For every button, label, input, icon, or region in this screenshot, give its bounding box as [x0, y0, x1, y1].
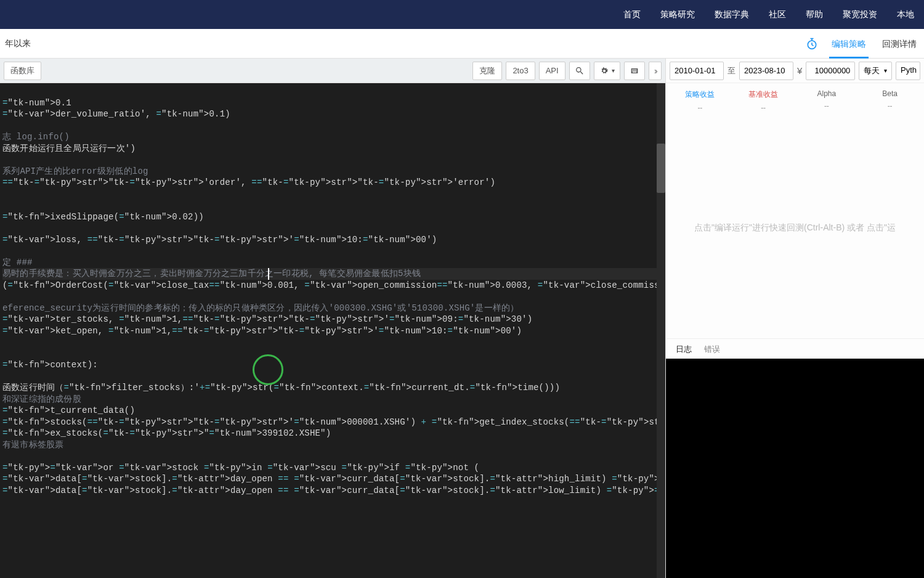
function-lib-button[interactable]: 函数库 [4, 62, 41, 80]
editor-pane: 函数库 克隆 2to3 API ▾ ›› ="tk-num">0.1="tk-v… [0, 59, 665, 578]
search-button[interactable] [569, 62, 590, 80]
code-line[interactable]: =="tk-="tk-py">str">"tk-="tk-py">str">'o… [2, 177, 665, 189]
metric-value: -- [795, 102, 859, 110]
metric-label: Beta [858, 89, 922, 98]
code-line[interactable]: eference_security为运行时间的参考标的；传入的标的只做种类区分，… [2, 303, 665, 314]
metric: 策略收益-- [668, 89, 732, 112]
code-line[interactable] [2, 348, 665, 360]
code-line[interactable]: ="tk-py">="tk-var">or ="tk-var">stock ="… [2, 462, 665, 474]
metric: Beta-- [858, 89, 922, 112]
code-line[interactable] [2, 291, 665, 303]
nav-datadict[interactable]: 数据字典 [705, 0, 759, 29]
amount-input[interactable] [806, 62, 855, 80]
code-line[interactable] [2, 245, 665, 257]
code-line[interactable]: ="tk-var">ter_stocks, ="tk-num">1,=="tk-… [2, 314, 665, 325]
frequency-value: 每天 [864, 65, 880, 76]
scrollbar-track[interactable] [657, 83, 665, 578]
clone-button[interactable]: 克隆 [472, 62, 502, 80]
metric: Alpha-- [795, 89, 859, 112]
chevron-down-icon: ▾ [612, 67, 615, 74]
code-line[interactable]: ="tk-fn">context): [2, 359, 665, 371]
tab-log[interactable]: 日志 [676, 344, 692, 355]
code-line[interactable]: (="tk-fn">OrderCost(="tk-var">close_tax=… [2, 280, 665, 291]
metrics-row: 策略收益--基准收益--Alpha--Beta-- [666, 83, 924, 118]
frequency-select[interactable]: 每天 ▾ [859, 62, 892, 80]
code-line[interactable]: ="tk-fn">stocks(=="tk-="tk-py">str">"tk-… [2, 417, 665, 428]
metric-label: 策略收益 [668, 89, 732, 100]
currency-label: ¥ [797, 65, 802, 76]
code-line[interactable]: ="tk-fn">ex_stocks(="tk-="tk-py">str">"=… [2, 428, 665, 439]
code-line[interactable] [2, 200, 665, 211]
code-line[interactable]: 定 ### [2, 257, 665, 269]
metric-value: -- [732, 104, 795, 112]
code-line[interactable] [2, 120, 665, 132]
nav-home[interactable]: 首页 [614, 0, 650, 29]
metric-label: 基准收益 [732, 89, 795, 100]
code-line[interactable] [2, 450, 665, 462]
code-line[interactable]: ="tk-var">loss, =="tk-="tk-py">str">"tk-… [2, 234, 665, 246]
code-line[interactable] [2, 222, 665, 234]
search-icon [575, 66, 585, 76]
nav-community[interactable]: 社区 [759, 0, 796, 29]
sub-bar: 年以来 编辑策略 回测详情 [0, 29, 924, 59]
metric: 基准收益-- [732, 89, 795, 112]
code-line[interactable]: 系列API产生的比error级别低的log [2, 166, 665, 177]
settings-button[interactable]: ▾ [594, 62, 620, 80]
code-line[interactable]: ="tk-num">0.1 [2, 97, 665, 109]
tab-edit-strategy[interactable]: 编辑策略 [829, 29, 869, 59]
editor-toolbar: 函数库 克隆 2to3 API ▾ ›› [0, 59, 665, 83]
code-line[interactable] [2, 336, 665, 348]
api-button[interactable]: API [539, 62, 565, 80]
code-line[interactable]: ="tk-var">data[="tk-var">stock].="tk-att… [2, 485, 665, 497]
code-line[interactable]: ="tk-var">der_volume_ratio', ="tk-num">0… [2, 108, 665, 120]
date-to-label: 至 [727, 65, 736, 76]
tab-error[interactable]: 错误 [704, 344, 720, 355]
code-line[interactable]: 易时的手续费是：买入时佣金万分之三，卖出时佣金万分之三加千分之一印花税, 每笔交… [2, 268, 665, 280]
code-line[interactable] [2, 86, 665, 97]
2to3-button[interactable]: 2to3 [506, 62, 535, 80]
nav-invest[interactable]: 聚宽投资 [833, 0, 887, 29]
language-select[interactable]: Pyth [896, 62, 920, 80]
code-line[interactable]: 志 log.info() [2, 131, 665, 143]
more-button[interactable]: ›› [649, 62, 662, 80]
page-title: 年以来 [0, 38, 31, 49]
code-line[interactable]: 有退市标签股票 [2, 439, 665, 451]
backtest-hint: 点击"编译运行"进行快速回测(Ctrl-Alt-B) 或者 点击"运 [666, 118, 924, 338]
chevron-down-icon: ▾ [884, 67, 887, 74]
code-line[interactable] [2, 154, 665, 166]
nav-local[interactable]: 本地 [887, 0, 924, 29]
metric-label: Alpha [795, 89, 859, 98]
code-line[interactable]: 函数运行时间（="tk-fn">filter_stocks）:'+="tk-py… [2, 382, 665, 394]
log-tabs: 日志 错误 [666, 338, 924, 359]
timer-icon[interactable] [806, 38, 818, 50]
top-nav: 首页 策略研究 数据字典 社区 帮助 聚宽投资 本地 [0, 0, 924, 29]
code-line[interactable] [2, 189, 665, 200]
start-date-input[interactable] [670, 62, 724, 80]
code-line[interactable]: 函数开始运行且全局只运行一次') [2, 143, 665, 155]
code-line[interactable]: ="tk-var">data[="tk-var">stock].="tk-att… [2, 473, 665, 485]
results-pane: 至 ¥ 每天 ▾ Pyth 策略收益--基准收益--Alpha--Beta-- … [665, 59, 924, 578]
metric-value: -- [668, 104, 732, 112]
end-date-input[interactable] [739, 62, 793, 80]
code-line[interactable]: ="tk-var">ket_open, ="tk-num">1,=="tk-="… [2, 325, 665, 337]
tab-backtest-detail[interactable]: 回测详情 [880, 29, 919, 59]
nav-strategy[interactable]: 策略研究 [650, 0, 705, 29]
code-line[interactable] [2, 371, 665, 383]
scrollbar-thumb[interactable] [657, 144, 665, 193]
keyboard-button[interactable] [624, 62, 645, 80]
code-line[interactable]: ="tk-fn">t_current_data() [2, 405, 665, 417]
chevron-right-double-icon: ›› [654, 66, 656, 76]
code-line[interactable]: ="tk-fn">ixedSlippage(="tk-num">0.02)) [2, 211, 665, 223]
backtest-params: 至 ¥ 每天 ▾ Pyth [666, 59, 924, 83]
gear-icon [599, 66, 609, 76]
nav-help[interactable]: 帮助 [796, 0, 833, 29]
code-editor[interactable]: ="tk-num">0.1="tk-var">der_volume_ratio'… [0, 83, 665, 578]
keyboard-icon [630, 66, 639, 76]
metric-value: -- [858, 102, 922, 110]
code-line[interactable]: 和深证综指的成份股 [2, 394, 665, 405]
log-console[interactable] [666, 359, 924, 579]
